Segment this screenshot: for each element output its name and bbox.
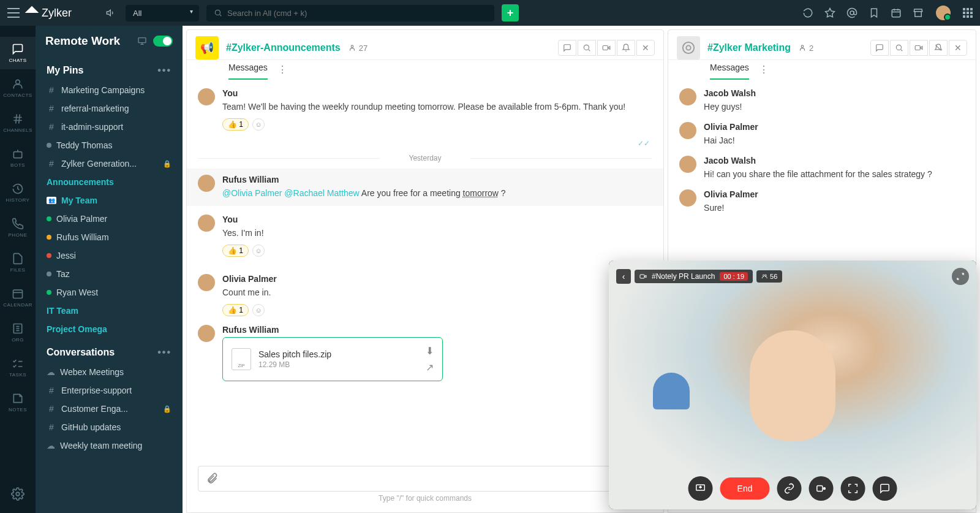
video-icon[interactable] — [910, 40, 928, 56]
sidebar-item[interactable]: #referral-marketing — [40, 99, 178, 118]
message: Olivia PalmerSure! — [679, 189, 965, 215]
rail-chats[interactable]: CHATS — [0, 37, 36, 69]
reply-icon[interactable] — [558, 40, 576, 56]
search-pane-icon[interactable] — [890, 40, 908, 56]
sidebar-item[interactable]: #Enterprise-support — [40, 381, 178, 400]
star-icon[interactable] — [824, 7, 835, 18]
channel-icon: 📢 — [195, 36, 219, 59]
file-attachment[interactable]: ZIPSales pitch files.zip12.29 MB⬇↗ — [222, 337, 443, 381]
sidebar-item[interactable]: ☁Weekly team meeting — [40, 436, 178, 455]
at-icon[interactable] — [846, 7, 858, 18]
rail-files[interactable]: FILES — [0, 246, 36, 279]
channel-title[interactable]: #Zylker Marketing — [707, 42, 791, 53]
search-input[interactable] — [227, 9, 487, 18]
sidebar-item[interactable]: Rufus William — [40, 228, 178, 246]
share-icon[interactable]: ↗ — [426, 362, 434, 373]
screenshare-icon[interactable] — [688, 476, 713, 501]
sidebar-item[interactable]: ☁Webex Meetings — [40, 363, 178, 381]
rail-org[interactable]: ORG — [0, 316, 36, 349]
call-participants[interactable]: 56 — [756, 270, 782, 283]
sidebar-item[interactable]: #Customer Enga...🔒 — [40, 400, 178, 418]
record-icon[interactable] — [809, 476, 833, 501]
search-bar[interactable] — [206, 5, 494, 21]
sidebar-item[interactable]: #it-admin-support — [40, 118, 178, 136]
actions-dropdown[interactable]: Actions ⌄ — [198, 454, 652, 466]
monitor-icon[interactable] — [137, 36, 147, 46]
compose-input[interactable] — [224, 474, 626, 484]
section-conversations[interactable]: Conversations••• — [40, 338, 178, 363]
brand-name: Zylker — [42, 7, 72, 20]
chat-bubble-icon[interactable] — [872, 476, 897, 501]
reaction-chip[interactable]: 👍 1 — [222, 118, 249, 131]
message-avatar — [198, 215, 215, 232]
channel-members[interactable]: 27 — [348, 44, 368, 53]
sidebar-item[interactable]: #Zylker Generation...🔒 — [40, 154, 178, 173]
tab-messages[interactable]: Messages — [710, 58, 749, 80]
reaction-chip[interactable]: 👍 1 — [222, 304, 249, 316]
channel-members[interactable]: 2 — [798, 44, 813, 53]
reaction-chip[interactable]: 👍 1 — [222, 245, 249, 257]
add-reaction-icon[interactable]: ☺ — [252, 245, 265, 257]
sidebar-item[interactable]: #Marketing Campaigns — [40, 81, 178, 99]
add-reaction-icon[interactable]: ☺ — [252, 118, 265, 131]
close-icon[interactable]: ✕ — [636, 40, 655, 56]
reply-icon[interactable] — [870, 40, 889, 56]
rail-tasks[interactable]: TASKS — [0, 351, 36, 384]
bell-icon[interactable] — [617, 40, 635, 56]
tab-more-icon[interactable]: ⋮ — [759, 62, 769, 75]
calendar-small-icon[interactable] — [891, 7, 902, 18]
rail-notes[interactable]: NOTES — [0, 386, 36, 419]
link-icon[interactable] — [777, 476, 801, 501]
speaker-icon[interactable] — [104, 6, 118, 20]
sidebar-item[interactable]: Teddy Thomas — [40, 136, 178, 154]
channel-title[interactable]: #Zylker-Announcements — [226, 42, 341, 53]
quick-hint: Type "/" for quick commands — [198, 492, 652, 505]
more-icon[interactable]: ••• — [157, 347, 172, 358]
call-back-icon[interactable]: ‹ — [616, 269, 631, 284]
sidebar-it-team[interactable]: IT Team — [40, 302, 178, 320]
rail-history[interactable]: HISTORY — [0, 177, 36, 209]
svg-point-13 — [683, 42, 694, 53]
rail-bots[interactable]: BOTS — [0, 142, 36, 174]
user-avatar[interactable] — [935, 4, 952, 21]
expand-icon[interactable] — [952, 268, 969, 285]
search-filter[interactable]: All — [126, 5, 199, 21]
sidebar-my-team[interactable]: 👥My Team — [40, 191, 178, 210]
rail-channels[interactable]: CHANNELS — [0, 107, 36, 139]
channel-icon — [677, 36, 700, 59]
rail-contacts[interactable]: CONTACTS — [0, 72, 36, 104]
pane-announcements: 📢 #Zylker-Announcements 27 ✕ Mes — [186, 29, 664, 513]
attachment-icon[interactable] — [206, 473, 218, 485]
video-icon[interactable] — [597, 40, 616, 56]
sidebar-item[interactable]: Olivia Palmer — [40, 210, 178, 228]
close-icon[interactable]: ✕ — [949, 40, 967, 56]
sidebar-announcements[interactable]: Announcements — [40, 173, 178, 191]
bell-off-icon[interactable] — [929, 40, 948, 56]
rail-settings[interactable] — [11, 477, 24, 513]
refresh-icon[interactable] — [802, 7, 813, 18]
apps-grid-icon[interactable] — [963, 8, 973, 18]
tab-messages[interactable]: Messages — [228, 58, 268, 80]
sidebar-item[interactable]: Jessi — [40, 246, 178, 265]
add-reaction-icon[interactable]: ☺ — [252, 304, 265, 316]
section-pins[interactable]: My Pins••• — [40, 56, 178, 81]
search-pane-icon[interactable] — [578, 40, 596, 56]
store-icon[interactable] — [913, 7, 924, 18]
hamburger-icon[interactable] — [7, 8, 20, 18]
sidebar-item[interactable]: Taz — [40, 265, 178, 283]
end-call-button[interactable]: End — [720, 477, 770, 500]
more-icon[interactable]: ••• — [157, 65, 172, 76]
message: Rufus William@Olivia Palmer @Rachael Mat… — [187, 169, 663, 206]
download-icon[interactable]: ⬇ — [426, 345, 434, 357]
rail-calendar[interactable]: CALENDAR — [0, 281, 36, 314]
message-author: You — [222, 88, 652, 98]
add-button[interactable]: + — [502, 4, 519, 21]
fullscreen-icon[interactable] — [840, 476, 865, 501]
sidebar-item[interactable]: #GitHub updates — [40, 418, 178, 436]
sidebar-item[interactable]: Ryan West — [40, 283, 178, 302]
sidebar-project-omega[interactable]: Project Omega — [40, 320, 178, 338]
tab-more-icon[interactable]: ⋮ — [277, 62, 287, 75]
rail-phone[interactable]: PHONE — [0, 211, 36, 244]
availability-toggle[interactable] — [153, 36, 173, 47]
bookmark-icon[interactable] — [869, 7, 880, 18]
